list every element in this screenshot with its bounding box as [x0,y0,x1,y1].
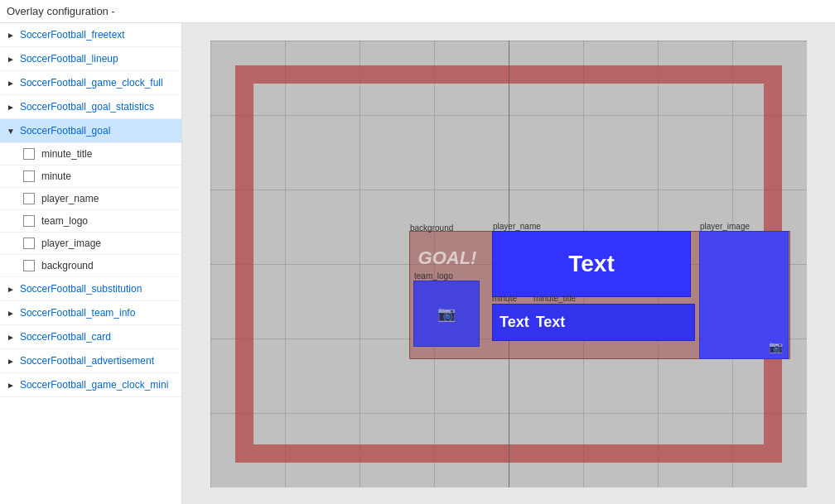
sidebar-item-label: SoccerFootball_substitution [20,283,142,295]
sidebar-child-player-image[interactable]: player_image [0,233,181,255]
background-label: background [410,223,453,233]
sidebar-item-label: SoccerFootball_advertisement [20,355,154,367]
sidebar-item-label: SoccerFootball_game_clock_mini [20,379,168,391]
player-image-box: player_image 📷 [699,231,789,359]
chevron-icon: ► [7,333,15,342]
chevron-icon: ► [7,79,15,88]
sidebar-item-label: SoccerFootball_lineup [20,53,118,65]
image-placeholder-icon: 📷 [437,305,456,323]
sidebar-item-game-clock-full[interactable]: ► SoccerFootball_game_clock_full [0,71,181,95]
checkbox-minute-title[interactable] [23,148,35,160]
minute-title-field-label: minute_title [533,294,576,303]
overlay-canvas: background GOAL! player_name Text player… [210,41,807,487]
chevron-icon: ► [7,357,15,366]
checkbox-minute[interactable] [23,170,35,182]
sidebar-item-card[interactable]: ► SoccerFootball_card [0,325,181,349]
child-label: player_image [41,238,101,249]
sidebar-item-label: SoccerFootball_freetext [20,29,125,41]
sidebar-item-lineup[interactable]: ► SoccerFootball_lineup [0,47,181,71]
chevron-icon: ► [7,309,15,318]
player-image-field-label: player_image [700,222,750,231]
sidebar-item-game-clock-mini[interactable]: ► SoccerFootball_game_clock_mini [0,373,181,397]
sidebar-item-freetext[interactable]: ► SoccerFootball_freetext [0,23,181,47]
checkbox-background[interactable] [23,260,35,271]
child-label: player_name [41,193,99,204]
sidebar-child-minute[interactable]: minute [0,166,181,188]
sidebar-item-label: SoccerFootball_card [20,331,111,343]
sidebar-item-label: SoccerFootball_goal [20,125,110,137]
player-name-field-label: player_name [493,222,541,231]
team-logo-box: team_logo 📷 [413,281,480,347]
minute-field-label: minute [492,294,517,303]
checkbox-player-name[interactable] [23,193,35,204]
sidebar-child-team-logo[interactable]: team_logo [0,210,181,233]
minute-title-text: Text [529,314,566,331]
sidebar: ► SoccerFootball_freetext ► SoccerFootba… [0,23,182,504]
sidebar-item-label: SoccerFootball_team_info [20,307,135,319]
sidebar-item-advertisement[interactable]: ► SoccerFootball_advertisement [0,349,181,373]
image-icon: 📷 [769,340,783,353]
sidebar-item-label: SoccerFootball_game_clock_full [20,77,163,89]
sidebar-item-goal[interactable]: ▼ SoccerFootball_goal [0,119,181,143]
child-label: team_logo [41,215,88,227]
checkbox-player-image[interactable] [23,238,35,249]
minute-text: Text [493,314,529,331]
goal-overlay: background GOAL! player_name Text player… [409,231,790,359]
chevron-icon: ► [7,103,15,112]
chevron-icon: ► [7,381,15,390]
chevron-icon: ► [7,285,15,294]
sidebar-child-player-name[interactable]: player_name [0,188,181,210]
player-name-text: Text [568,251,615,277]
sidebar-item-substitution[interactable]: ► SoccerFootball_substitution [0,277,181,301]
checkbox-team-logo[interactable] [23,215,35,227]
page-header: Overlay configuration - [0,0,835,23]
minute-area: minute minute_title Text Text [492,304,695,341]
team-logo-field-label: team_logo [414,271,453,281]
sidebar-child-background[interactable]: background [0,255,181,277]
canvas-area: background GOAL! player_name Text player… [182,23,835,504]
minute-box: Text Text [492,304,695,341]
sidebar-item-label: SoccerFootball_goal_statistics [20,101,154,113]
child-label: background [41,260,94,271]
chevron-down-icon: ▼ [7,127,15,136]
player-name-box: player_name Text [492,231,691,297]
goal-text-label: GOAL! [418,247,477,269]
child-label: minute_title [41,148,92,160]
chevron-icon: ► [7,31,15,40]
page-title: Overlay configuration - [7,5,115,17]
sidebar-item-goal-statistics[interactable]: ► SoccerFootball_goal_statistics [0,95,181,119]
sidebar-child-minute-title[interactable]: minute_title [0,143,181,166]
sidebar-item-team-info[interactable]: ► SoccerFootball_team_info [0,301,181,325]
child-label: minute [41,170,71,182]
chevron-icon: ► [7,55,15,64]
